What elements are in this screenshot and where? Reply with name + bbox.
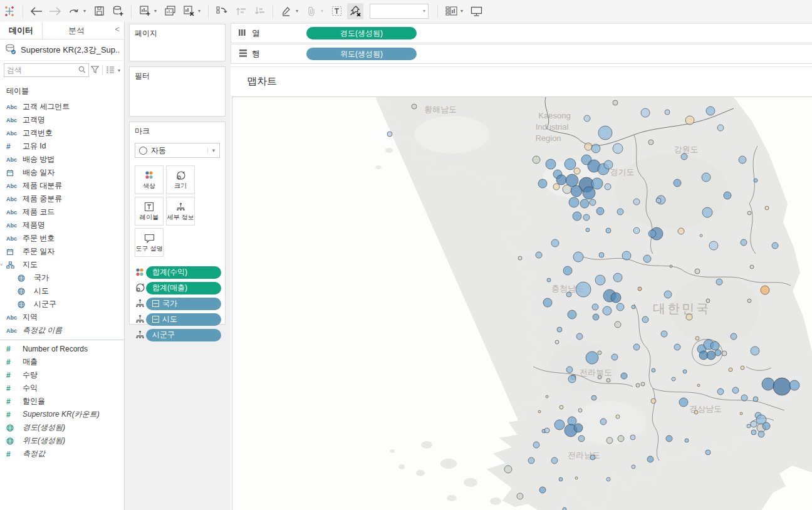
map-bubble-mark[interactable] <box>702 173 710 182</box>
map-bubble-mark[interactable] <box>741 366 744 370</box>
mark-pill[interactable]: 국가 <box>146 298 221 310</box>
field-item[interactable]: Abc배송 방법 <box>0 153 124 166</box>
map-bubble-mark[interactable] <box>593 314 599 320</box>
map-bubble-mark[interactable] <box>633 199 640 205</box>
map-bubble-mark[interactable] <box>538 410 541 413</box>
field-item[interactable]: Abc제품 대분류 <box>0 179 124 192</box>
map-bubble-mark[interactable] <box>590 455 595 460</box>
map-bubble-mark[interactable] <box>648 230 656 237</box>
map-bubble-mark[interactable] <box>617 303 624 311</box>
map-bubble-mark[interactable] <box>504 466 512 473</box>
highlight-caret[interactable]: ▾ <box>296 8 302 14</box>
map-bubble-mark[interactable] <box>571 185 582 197</box>
field-item[interactable]: 경도(생성됨) <box>0 421 124 434</box>
filter-fields-icon[interactable] <box>91 66 99 75</box>
field-item[interactable]: 주문 일자 <box>0 245 124 258</box>
map-bubble-mark[interactable] <box>569 197 579 207</box>
map-bubble-mark[interactable] <box>517 493 523 499</box>
presentation-mode-button[interactable] <box>468 3 484 19</box>
map-bubble-mark[interactable] <box>600 419 606 425</box>
map-bubble-mark[interactable] <box>591 178 603 189</box>
clear-sheet-caret[interactable]: ▾ <box>198 8 204 14</box>
map-bubble-mark[interactable] <box>606 437 613 444</box>
map-bubble-mark[interactable] <box>758 431 764 437</box>
map-bubble-mark[interactable] <box>544 428 549 433</box>
field-item[interactable]: 시도 <box>0 284 124 298</box>
map-bubble-mark[interactable] <box>715 350 721 356</box>
map-bubble-mark[interactable] <box>773 378 791 395</box>
map-bubble-mark[interactable] <box>566 292 571 297</box>
map-bubble-mark[interactable] <box>672 377 675 381</box>
map-bubble-mark[interactable] <box>613 100 618 105</box>
mark-button-size[interactable]: 크기 <box>166 165 195 194</box>
fit-combo[interactable]: ▾ <box>370 4 429 19</box>
map-bubble-mark[interactable] <box>387 132 392 137</box>
map-bubble-mark[interactable] <box>641 108 650 117</box>
sort-ascending-button[interactable] <box>232 3 249 19</box>
highlight-button[interactable] <box>278 3 294 19</box>
collapse-box-icon[interactable] <box>152 300 159 307</box>
map-bubble-mark[interactable] <box>716 279 722 285</box>
rows-shelf[interactable]: 행 위도(생성됨) <box>231 44 812 64</box>
map-bubble-mark[interactable] <box>674 179 681 187</box>
rows-pill[interactable]: 위도(생성됨) <box>306 48 417 60</box>
map-bubble-mark[interactable] <box>706 299 710 303</box>
label-button[interactable] <box>328 3 345 19</box>
map-bubble-mark[interactable] <box>560 405 563 409</box>
map-bubble-mark[interactable] <box>603 306 612 315</box>
map-bubble-mark[interactable] <box>747 211 751 215</box>
map-bubble-mark[interactable] <box>559 477 563 481</box>
field-item[interactable]: #고유 Id <box>0 140 124 153</box>
field-item[interactable]: #수익 <box>0 382 124 395</box>
map-bubble-mark[interactable] <box>556 175 566 185</box>
map-bubble-mark[interactable] <box>702 207 712 217</box>
map-bubble-mark[interactable] <box>648 140 653 145</box>
tab-analytics[interactable]: 분석 <box>43 22 110 39</box>
map-bubble-mark[interactable] <box>751 430 756 435</box>
map-bubble-mark[interactable] <box>656 198 661 203</box>
map-bubble-mark[interactable] <box>584 115 590 122</box>
map-bubble-mark[interactable] <box>612 354 618 360</box>
map-bubble-mark[interactable] <box>568 375 576 383</box>
collapse-box-icon[interactable] <box>152 316 159 323</box>
map-bubble-mark[interactable] <box>683 370 687 373</box>
map-bubble-mark[interactable] <box>583 187 595 199</box>
map-bubble-mark[interactable] <box>613 143 623 154</box>
mark-button-color[interactable]: 색상 <box>135 165 164 194</box>
map-bubble-mark[interactable] <box>563 507 566 510</box>
map-bubble-mark[interactable] <box>606 228 611 233</box>
map-bubble-mark[interactable] <box>632 465 635 469</box>
map-bubble-mark[interactable] <box>750 265 754 269</box>
map-bubble-mark[interactable] <box>538 179 547 188</box>
field-item[interactable]: #매출 <box>0 355 124 368</box>
map-bubble-mark[interactable] <box>686 314 692 320</box>
map-bubble-mark[interactable] <box>591 395 596 400</box>
search-input[interactable]: 검색 <box>4 63 89 77</box>
map-view[interactable]: 황해남도KaesongIndustrialRegion강원도경기도충청남도대한민… <box>232 96 812 510</box>
sort-descending-button[interactable] <box>251 3 268 19</box>
map-bubble-mark[interactable] <box>574 424 583 432</box>
map-bubble-mark[interactable] <box>761 286 769 294</box>
map-bubble-mark[interactable] <box>700 234 702 237</box>
map-bubble-mark[interactable] <box>618 435 624 442</box>
map-bubble-mark[interactable] <box>528 457 534 464</box>
map-bubble-mark[interactable] <box>576 282 591 297</box>
map-bubble-mark[interactable] <box>709 241 718 250</box>
field-item[interactable]: 시군구 <box>0 298 124 311</box>
map-bubble-mark[interactable] <box>741 239 747 246</box>
field-item[interactable]: #수량 <box>0 368 124 382</box>
map-bubble-mark[interactable] <box>574 168 580 174</box>
map-bubble-mark[interactable] <box>643 255 651 263</box>
map-bubble-mark[interactable] <box>621 373 627 379</box>
map-bubble-mark[interactable] <box>731 333 737 340</box>
map-bubble-mark[interactable] <box>754 179 757 182</box>
field-item[interactable]: Abc고객명 <box>0 113 124 127</box>
map-bubble-mark[interactable] <box>674 344 680 350</box>
field-item[interactable]: Abc고객번호 <box>0 127 124 140</box>
map-bubble-mark[interactable] <box>586 228 590 232</box>
map-bubble-mark[interactable] <box>753 397 758 402</box>
map-bubble-mark[interactable] <box>747 299 751 303</box>
map-bubble-mark[interactable] <box>412 104 417 109</box>
map-bubble-mark[interactable] <box>606 378 610 382</box>
map-bubble-mark[interactable] <box>565 159 576 170</box>
